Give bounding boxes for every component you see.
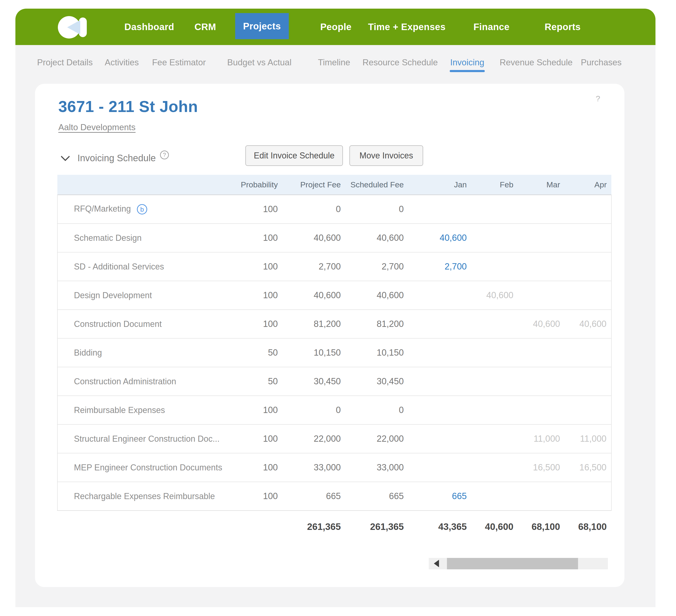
phase-name-cell: Schematic Design	[57, 224, 229, 252]
scheduled-fee-cell: 40,600	[345, 224, 408, 252]
nav-item-crm[interactable]: CRM	[194, 9, 216, 45]
tab-activities[interactable]: Activities	[105, 58, 139, 67]
project-fee-cell: 30,450	[282, 367, 345, 396]
column-header-feb: Feb	[471, 175, 518, 195]
card-help-icon[interactable]: ?	[596, 94, 600, 103]
table-row: Construction Administration5030,45030,45…	[57, 367, 611, 396]
month-cell-apr	[565, 396, 611, 425]
month-cell-feb	[471, 396, 518, 425]
tab-revenue-schedule[interactable]: Revenue Schedule	[500, 58, 573, 67]
table-row: Rechargable Expenses Reimbursable1006656…	[57, 482, 611, 510]
invoicing-card: ? 3671 - 211 St John Aalto Developments …	[35, 84, 624, 587]
table-row: Construction Document10081,20081,20040,6…	[57, 310, 611, 338]
probability-cell: 100	[229, 425, 282, 453]
header-row: ProbabilityProject FeeScheduled FeeJanFe…	[57, 175, 611, 195]
chevron-down-icon[interactable]	[61, 152, 70, 161]
b-circle-icon[interactable]: b	[137, 204, 147, 214]
fee-table-body: RFQ/Marketingb10000Schematic Design10040…	[57, 195, 611, 510]
move-invoices-button[interactable]: Move Invoices	[349, 146, 423, 166]
month-cell-mar: 16,500	[518, 453, 565, 482]
client-link[interactable]: Aalto Developments	[58, 122, 135, 132]
month-cell-apr	[565, 338, 611, 367]
month-cell-jan[interactable]: 40,600	[408, 224, 471, 252]
month-cell-jan	[408, 310, 471, 338]
question-circle-icon[interactable]: ?	[160, 151, 169, 159]
phase-name-cell: Structural Engineer Construction Doc...	[57, 425, 229, 453]
tab-fee-estimator[interactable]: Fee Estimator	[152, 58, 206, 67]
column-header-phase	[57, 175, 229, 195]
table-totals: 261,365261,36543,36540,60068,10068,100	[57, 510, 611, 533]
phase-name: Schematic Design	[74, 233, 142, 243]
phase-name: Structural Engineer Construction Doc...	[74, 434, 220, 444]
project-fee-cell: 22,000	[282, 425, 345, 453]
tab-project-details[interactable]: Project Details	[37, 58, 93, 67]
probability-cell: 100	[229, 453, 282, 482]
month-cell-feb	[471, 367, 518, 396]
probability-cell: 100	[229, 252, 282, 281]
month-cell-apr	[565, 252, 611, 281]
column-header-project-fee: Project Fee	[282, 175, 345, 195]
total-mar: 68,100	[518, 510, 565, 533]
phase-name-cell: MEP Engineer Construction Documents	[57, 453, 229, 482]
month-cell-feb	[471, 425, 518, 453]
total-apr: 68,100	[565, 510, 611, 533]
table-row: Structural Engineer Construction Doc...1…	[57, 425, 611, 453]
nav-item-reports[interactable]: Reports	[545, 9, 581, 45]
tab-purchases[interactable]: Purchases	[581, 58, 622, 67]
column-header-apr: Apr	[565, 175, 611, 195]
tab-resource-schedule[interactable]: Resource Schedule	[362, 58, 438, 67]
phase-name-cell: RFQ/Marketingb	[57, 195, 229, 224]
probability-cell: 100	[229, 224, 282, 252]
month-cell-feb	[471, 252, 518, 281]
phase-name-cell: SD - Additional Services	[57, 252, 229, 281]
phase-name: Bidding	[74, 348, 102, 357]
month-cell-jan[interactable]: 665	[408, 482, 471, 510]
month-cell-feb	[471, 224, 518, 252]
month-cell-feb	[471, 195, 518, 224]
probability-cell: 50	[229, 338, 282, 367]
month-cell-mar: 40,600	[518, 310, 565, 338]
month-cell-apr	[565, 482, 611, 510]
phase-name-cell: Design Development	[57, 281, 229, 310]
project-fee-cell: 40,600	[282, 224, 345, 252]
month-cell-apr: 40,600	[565, 310, 611, 338]
primary-nav: DashboardCRMProjectsPeopleTime + Expense…	[15, 9, 656, 45]
scheduled-fee-cell: 22,000	[345, 425, 408, 453]
month-cell-feb: 40,600	[471, 281, 518, 310]
tab-budget-vs-actual[interactable]: Budget vs Actual	[227, 58, 292, 67]
phase-name-cell: Reimbursable Expenses	[57, 396, 229, 425]
project-fee-cell: 10,150	[282, 338, 345, 367]
phase-name: RFQ/Marketing	[74, 204, 131, 214]
project-fee-cell: 0	[282, 195, 345, 224]
phase-name: Design Development	[74, 290, 152, 300]
month-cell-jan	[408, 425, 471, 453]
table-row: Schematic Design10040,60040,60040,600	[57, 224, 611, 252]
project-fee-cell: 33,000	[282, 453, 345, 482]
nav-item-finance[interactable]: Finance	[473, 9, 510, 45]
project-fee-cell: 2,700	[282, 252, 345, 281]
month-cell-feb	[471, 338, 518, 367]
month-cell-jan	[408, 367, 471, 396]
tab-invoicing[interactable]: Invoicing	[450, 58, 484, 67]
nav-item-people[interactable]: People	[320, 9, 351, 45]
month-cell-jan	[408, 281, 471, 310]
column-header-jan: Jan	[408, 175, 471, 195]
probability-cell: 100	[229, 396, 282, 425]
scheduled-fee-cell: 0	[345, 396, 408, 425]
table-row: SD - Additional Services1002,7002,7002,7…	[57, 252, 611, 281]
nav-item-time-expenses[interactable]: Time + Expenses	[368, 9, 446, 45]
top-navigation-bar: DashboardCRMProjectsPeopleTime + Expense…	[15, 9, 656, 45]
scrollbar-thumb[interactable]	[447, 558, 578, 569]
tab-timeline[interactable]: Timeline	[318, 58, 350, 67]
nav-item-dashboard[interactable]: Dashboard	[124, 9, 174, 45]
scheduled-fee-cell: 33,000	[345, 453, 408, 482]
total-phase	[57, 510, 229, 533]
arrow-left-icon[interactable]	[429, 558, 445, 569]
nav-item-projects[interactable]: Projects	[235, 13, 289, 39]
month-cell-jan[interactable]: 2,700	[408, 252, 471, 281]
edit-invoice-schedule-button[interactable]: Edit Invoice Schedule	[245, 146, 343, 166]
horizontal-scrollbar[interactable]	[429, 558, 608, 569]
phase-name: MEP Engineer Construction Documents	[74, 463, 222, 472]
month-cell-jan	[408, 396, 471, 425]
month-cell-mar: 11,000	[518, 425, 565, 453]
